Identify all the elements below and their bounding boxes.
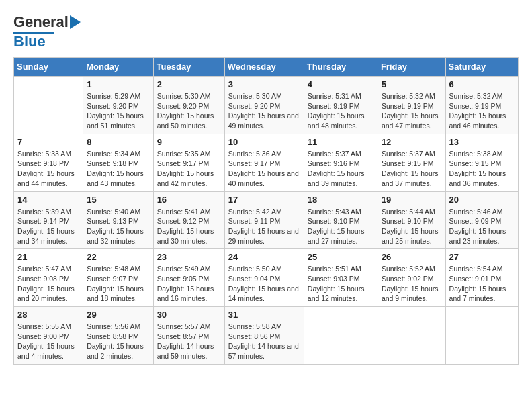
day-info: Sunrise: 5:37 AMSunset: 9:15 PMDaylight:… — [382, 149, 442, 189]
calendar-table: SundayMondayTuesdayWednesdayThursdayFrid… — [13, 57, 519, 365]
day-cell: 25Sunrise: 5:51 AMSunset: 9:03 PMDayligh… — [304, 249, 378, 307]
day-info: Sunrise: 5:32 AMSunset: 9:19 PMDaylight:… — [382, 91, 442, 131]
day-number: 13 — [449, 137, 515, 147]
day-cell: 21Sunrise: 5:47 AMSunset: 9:08 PMDayligh… — [14, 249, 83, 307]
day-info: Sunrise: 5:44 AMSunset: 9:10 PMDaylight:… — [382, 207, 442, 246]
day-cell: 18Sunrise: 5:43 AMSunset: 9:10 PMDayligh… — [304, 191, 378, 249]
weekday-header-tuesday: Tuesday — [153, 58, 224, 77]
day-info: Sunrise: 5:30 AMSunset: 9:20 PMDaylight:… — [157, 91, 221, 131]
day-cell — [445, 307, 518, 365]
day-cell: 31Sunrise: 5:58 AMSunset: 8:56 PMDayligh… — [224, 307, 304, 365]
day-cell: 19Sunrise: 5:44 AMSunset: 9:10 PMDayligh… — [378, 191, 445, 249]
day-number: 11 — [308, 137, 374, 147]
weekday-header-row: SundayMondayTuesdayWednesdayThursdayFrid… — [14, 58, 519, 77]
day-number: 8 — [87, 137, 149, 147]
day-cell: 15Sunrise: 5:40 AMSunset: 9:13 PMDayligh… — [83, 191, 153, 249]
day-cell: 10Sunrise: 5:36 AMSunset: 9:17 PMDayligh… — [224, 134, 304, 191]
day-number: 1 — [87, 79, 149, 89]
week-row-1: 1Sunrise: 5:29 AMSunset: 9:20 PMDaylight… — [14, 77, 519, 134]
day-cell: 12Sunrise: 5:37 AMSunset: 9:15 PMDayligh… — [378, 134, 445, 191]
day-info: Sunrise: 5:39 AMSunset: 9:14 PMDaylight:… — [17, 207, 79, 246]
day-number: 25 — [308, 252, 374, 262]
day-info: Sunrise: 5:41 AMSunset: 9:12 PMDaylight:… — [157, 207, 221, 246]
day-number: 5 — [382, 79, 442, 89]
day-cell: 7Sunrise: 5:33 AMSunset: 9:18 PMDaylight… — [14, 134, 83, 191]
day-cell: 3Sunrise: 5:30 AMSunset: 9:20 PMDaylight… — [224, 77, 304, 134]
day-number: 16 — [157, 195, 221, 205]
day-cell: 2Sunrise: 5:30 AMSunset: 9:20 PMDaylight… — [153, 77, 224, 134]
day-cell: 8Sunrise: 5:34 AMSunset: 9:18 PMDaylight… — [83, 134, 153, 191]
day-info: Sunrise: 5:57 AMSunset: 8:57 PMDaylight:… — [157, 322, 221, 361]
logo-arrow-icon — [70, 15, 81, 29]
day-info: Sunrise: 5:51 AMSunset: 9:03 PMDaylight:… — [308, 264, 374, 304]
day-cell: 23Sunrise: 5:49 AMSunset: 9:05 PMDayligh… — [153, 249, 224, 307]
weekday-header-saturday: Saturday — [445, 58, 518, 77]
day-cell: 27Sunrise: 5:54 AMSunset: 9:01 PMDayligh… — [445, 249, 518, 307]
day-number: 19 — [382, 195, 442, 205]
day-info: Sunrise: 5:48 AMSunset: 9:07 PMDaylight:… — [87, 264, 149, 304]
day-cell: 28Sunrise: 5:55 AMSunset: 9:00 PMDayligh… — [14, 307, 83, 365]
weekday-header-thursday: Thursday — [304, 58, 378, 77]
day-info: Sunrise: 5:40 AMSunset: 9:13 PMDaylight:… — [87, 207, 149, 246]
day-info: Sunrise: 5:36 AMSunset: 9:17 PMDaylight:… — [228, 149, 300, 189]
week-row-4: 21Sunrise: 5:47 AMSunset: 9:08 PMDayligh… — [14, 249, 519, 307]
week-row-5: 28Sunrise: 5:55 AMSunset: 9:00 PMDayligh… — [14, 307, 519, 365]
day-info: Sunrise: 5:32 AMSunset: 9:19 PMDaylight:… — [449, 91, 515, 131]
day-number: 31 — [228, 310, 300, 320]
day-cell: 5Sunrise: 5:32 AMSunset: 9:19 PMDaylight… — [378, 77, 445, 134]
day-info: Sunrise: 5:30 AMSunset: 9:20 PMDaylight:… — [228, 91, 300, 131]
day-info: Sunrise: 5:33 AMSunset: 9:18 PMDaylight:… — [17, 149, 79, 189]
day-cell: 14Sunrise: 5:39 AMSunset: 9:14 PMDayligh… — [14, 191, 83, 249]
day-number: 14 — [17, 195, 79, 205]
day-cell: 6Sunrise: 5:32 AMSunset: 9:19 PMDaylight… — [445, 77, 518, 134]
day-cell: 22Sunrise: 5:48 AMSunset: 9:07 PMDayligh… — [83, 249, 153, 307]
day-cell: 9Sunrise: 5:35 AMSunset: 9:17 PMDaylight… — [153, 134, 224, 191]
week-row-3: 14Sunrise: 5:39 AMSunset: 9:14 PMDayligh… — [14, 191, 519, 249]
week-row-2: 7Sunrise: 5:33 AMSunset: 9:18 PMDaylight… — [14, 134, 519, 191]
day-info: Sunrise: 5:55 AMSunset: 9:00 PMDaylight:… — [17, 322, 79, 361]
day-info: Sunrise: 5:46 AMSunset: 9:09 PMDaylight:… — [449, 207, 515, 246]
day-number: 10 — [228, 137, 300, 147]
day-info: Sunrise: 5:37 AMSunset: 9:16 PMDaylight:… — [308, 149, 374, 189]
day-number: 20 — [449, 195, 515, 205]
day-number: 2 — [157, 79, 221, 89]
logo-blue-text: Blue — [13, 33, 46, 50]
day-info: Sunrise: 5:47 AMSunset: 9:08 PMDaylight:… — [17, 264, 79, 304]
day-info: Sunrise: 5:38 AMSunset: 9:15 PMDaylight:… — [449, 149, 515, 189]
day-number: 15 — [87, 195, 149, 205]
day-cell — [304, 307, 378, 365]
day-info: Sunrise: 5:56 AMSunset: 8:58 PMDaylight:… — [87, 322, 149, 361]
weekday-header-monday: Monday — [83, 58, 153, 77]
day-cell: 24Sunrise: 5:50 AMSunset: 9:04 PMDayligh… — [224, 249, 304, 307]
day-info: Sunrise: 5:54 AMSunset: 9:01 PMDaylight:… — [449, 264, 515, 304]
weekday-header-sunday: Sunday — [14, 58, 83, 77]
day-cell: 20Sunrise: 5:46 AMSunset: 9:09 PMDayligh… — [445, 191, 518, 249]
day-info: Sunrise: 5:42 AMSunset: 9:11 PMDaylight:… — [228, 207, 300, 246]
day-number: 27 — [449, 252, 515, 262]
day-cell: 30Sunrise: 5:57 AMSunset: 8:57 PMDayligh… — [153, 307, 224, 365]
day-number: 21 — [17, 252, 79, 262]
day-number: 22 — [87, 252, 149, 262]
day-number: 28 — [17, 310, 79, 320]
day-info: Sunrise: 5:31 AMSunset: 9:19 PMDaylight:… — [308, 91, 374, 131]
day-cell — [378, 307, 445, 365]
day-number: 29 — [87, 310, 149, 320]
day-info: Sunrise: 5:43 AMSunset: 9:10 PMDaylight:… — [308, 207, 374, 246]
day-cell: 29Sunrise: 5:56 AMSunset: 8:58 PMDayligh… — [83, 307, 153, 365]
weekday-header-friday: Friday — [378, 58, 445, 77]
day-info: Sunrise: 5:50 AMSunset: 9:04 PMDaylight:… — [228, 264, 300, 304]
day-cell — [14, 77, 83, 134]
day-cell: 13Sunrise: 5:38 AMSunset: 9:15 PMDayligh… — [445, 134, 518, 191]
day-info: Sunrise: 5:35 AMSunset: 9:17 PMDaylight:… — [157, 149, 221, 189]
day-number: 9 — [157, 137, 221, 147]
day-number: 6 — [449, 79, 515, 89]
day-cell: 26Sunrise: 5:52 AMSunset: 9:02 PMDayligh… — [378, 249, 445, 307]
logo: General Blue — [13, 13, 81, 50]
day-cell: 1Sunrise: 5:29 AMSunset: 9:20 PMDaylight… — [83, 77, 153, 134]
day-number: 17 — [228, 195, 300, 205]
day-cell: 4Sunrise: 5:31 AMSunset: 9:19 PMDaylight… — [304, 77, 378, 134]
day-info: Sunrise: 5:34 AMSunset: 9:18 PMDaylight:… — [87, 149, 149, 189]
day-number: 30 — [157, 310, 221, 320]
day-number: 24 — [228, 252, 300, 262]
day-number: 3 — [228, 79, 300, 89]
